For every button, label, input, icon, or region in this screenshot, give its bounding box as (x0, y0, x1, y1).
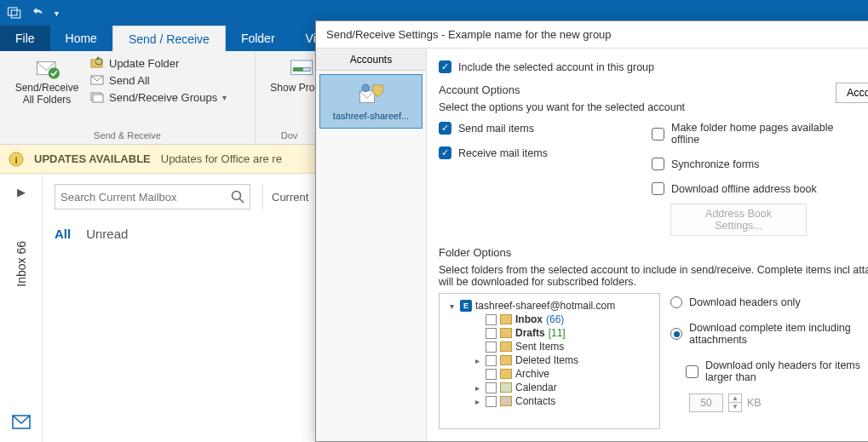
send-all-label: Send All (109, 74, 150, 87)
tree-archive[interactable]: Archive (515, 368, 549, 380)
tab-file[interactable]: File (0, 26, 50, 51)
search-box[interactable] (55, 184, 250, 210)
folder-options-header: Folder Options (439, 246, 868, 259)
size-spinner[interactable]: ▲▼ (728, 393, 742, 412)
send-receive-settings-dialog: Send/Receive Settings - Example name for… (315, 20, 868, 442)
receive-mail-label: Receive mail items (458, 147, 548, 159)
dialog-title: Send/Receive Settings - Example name for… (316, 21, 868, 49)
inbox-vertical-label[interactable]: Inbox 66 (14, 241, 28, 287)
window-icon (7, 5, 22, 20)
filter-unread[interactable]: Unread (86, 227, 128, 241)
infobar-text: Updates for Office are re (161, 152, 282, 165)
make-home-label: Make folder home pages available offline (671, 122, 850, 146)
download-headers-label: Download headers only (689, 296, 801, 308)
download-larger-checkbox[interactable] (686, 365, 698, 378)
download-complete-radio[interactable] (670, 328, 682, 340)
svg-rect-0 (9, 8, 18, 15)
tree-contacts[interactable]: Contacts (515, 395, 555, 407)
send-receive-all-button[interactable]: Send/Receive All Folders (9, 56, 85, 106)
tree-deleted[interactable]: Deleted Items (515, 354, 578, 366)
tab-send-receive[interactable]: Send / Receive (112, 26, 226, 51)
mail-icon[interactable] (12, 415, 31, 430)
svg-point-17 (361, 84, 369, 92)
tree-inbox[interactable]: Inbox (515, 313, 543, 325)
include-account-checkbox[interactable] (439, 60, 451, 73)
size-input[interactable] (689, 393, 723, 412)
send-all-button[interactable]: Send All (90, 73, 227, 87)
sync-forms-checkbox[interactable] (652, 158, 664, 170)
svg-text:i: i (14, 153, 17, 164)
account-options-desc: Select the options you want for the sele… (439, 101, 868, 113)
send-receive-groups-label: Send/Receive Groups (109, 91, 217, 104)
folder-tree[interactable]: ▾Etashreef-shareef@hotmail.com Inbox (66… (439, 293, 660, 429)
dropdown-icon: ▾ (222, 93, 227, 102)
receive-mail-checkbox[interactable] (439, 146, 451, 159)
make-home-checkbox[interactable] (652, 128, 664, 141)
download-complete-label: Download complete item including attachm… (689, 322, 859, 346)
download-oab-label: Download offline address book (671, 183, 817, 195)
info-icon: i (9, 152, 24, 167)
tab-home[interactable]: Home (50, 26, 112, 51)
undo-icon[interactable] (31, 5, 46, 20)
ribbon-group-label2: Dov (264, 130, 314, 144)
infobar-title: UPDATES AVAILABLE (34, 152, 151, 165)
sync-forms-label: Synchronize forms (671, 158, 760, 170)
svg-rect-10 (293, 67, 303, 71)
tab-folder[interactable]: Folder (226, 26, 290, 51)
filter-all[interactable]: All (55, 227, 71, 241)
update-folder-label: Update Folder (109, 57, 179, 70)
search-input[interactable] (60, 191, 226, 204)
send-receive-all-label: Send/Receive All Folders (9, 82, 85, 106)
include-account-label: Include the selected account in this gro… (458, 61, 654, 73)
address-book-settings-button: Address Book Settings... (670, 204, 807, 236)
send-mail-checkbox[interactable] (439, 122, 451, 135)
svg-rect-4 (91, 60, 102, 67)
account-item[interactable]: tashreef-shareef... (319, 74, 423, 129)
qat-dropdown-icon[interactable]: ▾ (55, 9, 59, 18)
size-unit: KB (747, 397, 762, 409)
send-receive-groups-button[interactable]: Send/Receive Groups ▾ (90, 90, 227, 104)
nav-pane-collapsed: ▶ Inbox 66 (0, 174, 43, 442)
accounts-header: Accounts (316, 49, 426, 71)
svg-rect-1 (11, 10, 20, 18)
tree-root[interactable]: tashreef-shareef@hotmail.com (475, 300, 615, 312)
account-properties-button[interactable]: Account Prope (836, 83, 868, 103)
ribbon-group-label: Send & Receive (9, 130, 246, 144)
send-mail-label: Send mail items (458, 123, 534, 135)
search-scope-label: Current (272, 191, 308, 204)
folder-options-desc: Select folders from the selected account… (439, 264, 868, 288)
tree-sent[interactable]: Sent Items (515, 341, 564, 353)
search-icon[interactable] (231, 190, 244, 204)
account-options-header: Account Options (439, 83, 868, 96)
account-settings-panel: Include the selected account in this gro… (427, 49, 868, 441)
svg-point-3 (49, 67, 60, 78)
tree-calendar[interactable]: Calendar (515, 382, 557, 393)
search-scope-button[interactable]: Current (262, 184, 308, 210)
download-larger-label: Download only headers for items larger t… (705, 359, 868, 383)
accounts-panel: Accounts tashreef-shareef... (316, 49, 427, 441)
expand-nav-icon[interactable]: ▶ (17, 186, 26, 198)
svg-rect-7 (93, 95, 103, 102)
update-folder-button[interactable]: Update Folder (90, 56, 227, 70)
account-name: tashreef-shareef... (333, 111, 409, 121)
tree-drafts[interactable]: Drafts (515, 327, 545, 339)
download-oab-checkbox[interactable] (652, 182, 664, 195)
svg-line-15 (239, 198, 244, 203)
download-headers-radio[interactable] (670, 296, 682, 308)
